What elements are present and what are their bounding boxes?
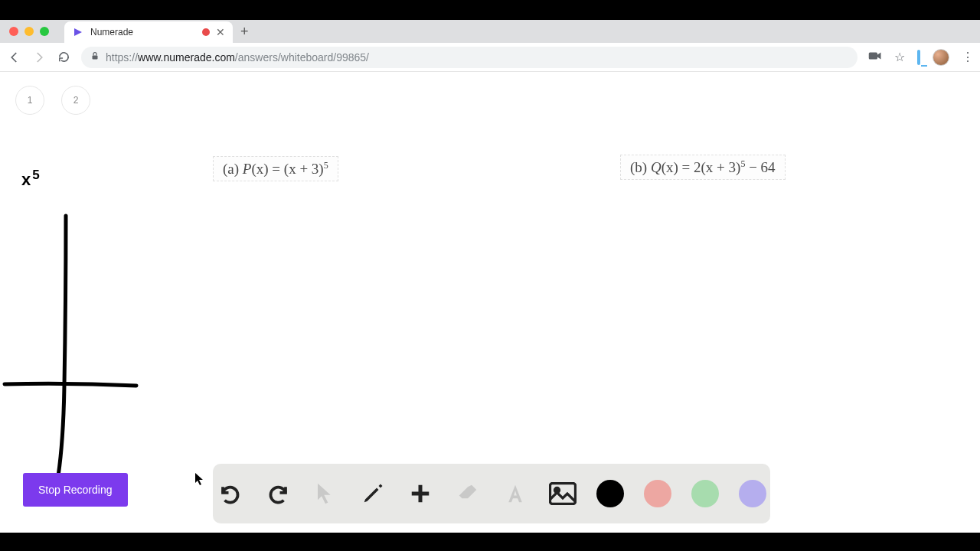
minimize-window-button[interactable]	[24, 27, 34, 36]
cast-icon[interactable]	[917, 51, 920, 64]
url-text: https://www.numerade.com/answers/whitebo…	[106, 51, 369, 64]
pen-tool[interactable]	[359, 480, 387, 507]
favicon-icon	[72, 26, 84, 38]
text-tool[interactable]	[501, 480, 529, 507]
toolbar-right: ☆ ⋮	[868, 49, 972, 66]
forward-button[interactable]	[32, 51, 46, 64]
url-bar[interactable]: https://www.numerade.com/answers/whitebo…	[81, 47, 858, 68]
back-button[interactable]	[8, 51, 21, 64]
tab-title: Numerade	[90, 27, 196, 37]
svg-rect-2	[869, 53, 877, 60]
lock-icon	[90, 51, 100, 63]
maximize-window-button[interactable]	[40, 27, 49, 36]
eraser-tool[interactable]	[454, 480, 482, 507]
image-tool[interactable]	[549, 480, 577, 507]
hand-drawn-axes	[2, 210, 155, 485]
add-tool[interactable]	[407, 480, 434, 507]
browser-window: Numerade ✕ + https://www.numerade.com/an…	[0, 20, 980, 533]
recording-indicator-icon	[202, 28, 210, 36]
x-power-5-label: x5	[21, 168, 40, 190]
color-red[interactable]	[644, 480, 671, 507]
address-bar: https://www.numerade.com/answers/whitebo…	[0, 43, 980, 72]
bookmark-icon[interactable]: ☆	[894, 50, 905, 64]
pointer-tool[interactable]	[312, 480, 339, 507]
whiteboard-toolbar	[213, 464, 770, 523]
close-tab-button[interactable]: ✕	[216, 26, 225, 38]
svg-rect-5	[550, 484, 576, 504]
equation-b[interactable]: (b) Q(x) = 2(x + 3)5 − 64	[620, 155, 786, 180]
svg-marker-0	[74, 28, 82, 36]
color-green[interactable]	[691, 480, 719, 507]
equation-a[interactable]: (a) P(x) = (x + 3)5	[213, 156, 338, 181]
page-tabs: 1 2	[15, 86, 90, 115]
mouse-cursor-icon	[194, 472, 205, 488]
window-controls	[6, 27, 57, 36]
profile-avatar[interactable]	[933, 49, 949, 66]
tab-strip: Numerade ✕ +	[0, 20, 980, 43]
color-purple[interactable]	[739, 480, 766, 507]
page-tab-2[interactable]: 2	[61, 86, 90, 115]
camera-icon[interactable]	[868, 51, 882, 64]
browser-tab[interactable]: Numerade ✕	[64, 21, 233, 43]
color-black[interactable]	[596, 480, 624, 507]
close-window-button[interactable]	[9, 27, 18, 36]
whiteboard-canvas[interactable]: 1 2 (a) P(x) = (x + 3)5 (b) Q(x) = 2(x +…	[0, 72, 980, 533]
new-tab-button[interactable]: +	[240, 24, 249, 40]
svg-rect-4	[412, 492, 430, 496]
reload-button[interactable]	[57, 51, 70, 64]
redo-button[interactable]	[264, 480, 292, 507]
menu-icon[interactable]: ⋮	[962, 50, 972, 64]
undo-button[interactable]	[217, 480, 244, 507]
stop-recording-button[interactable]: Stop Recording	[23, 473, 128, 507]
svg-rect-1	[93, 56, 98, 60]
page-tab-1[interactable]: 1	[15, 86, 44, 115]
